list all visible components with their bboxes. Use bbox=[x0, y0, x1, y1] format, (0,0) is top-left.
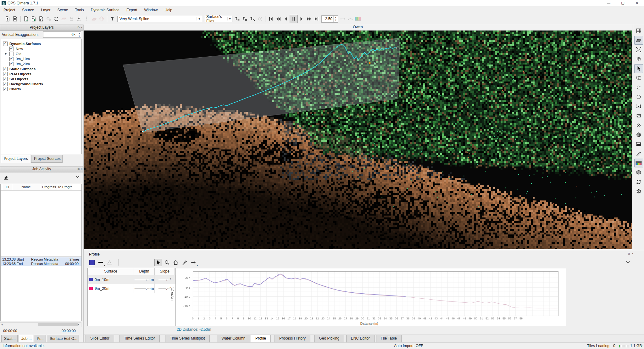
tab-enc-editor[interactable]: ENC Editor bbox=[346, 335, 375, 343]
tree-item-9m-20m[interactable]: ✓9m_20m bbox=[9, 61, 30, 66]
chevron-down-icon[interactable]: ▾ bbox=[197, 264, 198, 267]
float-panel-icon[interactable]: ⧉ bbox=[627, 252, 630, 255]
checkbox-static-surfaces[interactable]: ✓ bbox=[3, 67, 8, 71]
menu-item-source[interactable]: Source bbox=[19, 7, 37, 14]
profile-chart[interactable] bbox=[176, 268, 566, 317]
job-log-scrollbar[interactable]: ◂ ▸ bbox=[0, 322, 81, 327]
tree-item-0m-10m[interactable]: ✓0m_10m bbox=[9, 56, 30, 61]
filter-surface-icon[interactable] bbox=[233, 15, 241, 23]
spin-arrows[interactable]: ▲▼ bbox=[333, 16, 338, 22]
chevron-down-icon[interactable]: ▼ bbox=[197, 17, 202, 20]
colormap-mini-icon[interactable] bbox=[354, 15, 362, 23]
tree-item-static-surfaces[interactable]: ✓Static Surfaces bbox=[3, 66, 36, 71]
menu-item-project[interactable]: Project bbox=[0, 7, 19, 14]
scrollbar-thumb[interactable] bbox=[38, 323, 78, 326]
filter-points-icon[interactable] bbox=[248, 15, 256, 23]
skip-end-button[interactable] bbox=[313, 15, 320, 23]
tab-process-history[interactable]: Process History bbox=[275, 335, 310, 343]
tab-swat[interactable]: Swat... bbox=[1, 335, 18, 343]
menu-item-window[interactable]: Window bbox=[141, 7, 161, 14]
job-log-row[interactable]: 13:23:38 End Rescan Metadata 00:00:00. bbox=[1, 262, 81, 266]
surface-color-swatch[interactable] bbox=[88, 259, 96, 266]
vertex-view-icon[interactable] bbox=[634, 187, 643, 196]
toolbar-speed-spinner[interactable]: 2.50▲▼ bbox=[321, 15, 338, 23]
select-cursor-button[interactable] bbox=[154, 259, 162, 266]
measure-tool-icon[interactable] bbox=[634, 149, 643, 158]
grid-view-icon[interactable] bbox=[634, 26, 643, 35]
close-panel-icon[interactable]: × bbox=[631, 252, 634, 255]
toolbar-spline-combo[interactable]: Very Weak Spline▼ bbox=[117, 16, 202, 22]
surface-view-icon[interactable] bbox=[634, 36, 643, 45]
tab-slice-editor[interactable]: Slice Editor bbox=[86, 335, 114, 343]
vertical-exaggeration-input[interactable]: 6× ▴ ▾ bbox=[43, 31, 81, 38]
filter-reject-icon[interactable] bbox=[241, 15, 248, 23]
column-header-depth[interactable]: Depth bbox=[134, 268, 155, 275]
home-button[interactable] bbox=[172, 259, 180, 266]
job-log-row[interactable]: 13:23:38 Start Rescan Metadata 2 lines bbox=[1, 257, 81, 262]
spin-up-icon[interactable]: ▴ bbox=[79, 32, 80, 35]
spline-filter-icon[interactable] bbox=[109, 15, 116, 23]
chevron-down-icon[interactable]: ▼ bbox=[227, 17, 232, 20]
mesh-view-icon[interactable] bbox=[634, 168, 643, 177]
select-polygon-icon[interactable] bbox=[634, 83, 643, 92]
checkbox-background-charts[interactable]: ✓ bbox=[3, 82, 8, 86]
column-header-re-progre[interactable]: re Progre bbox=[58, 184, 72, 190]
chevron-down-icon[interactable]: ▾ bbox=[104, 264, 105, 267]
select-rectangle-icon[interactable] bbox=[634, 74, 643, 82]
column-header-surface[interactable]: Surface bbox=[88, 268, 134, 275]
tab-time-series-editor[interactable]: Time Series Editor bbox=[119, 335, 160, 343]
toolbar-files-combo[interactable]: Surface's Files▼ bbox=[204, 16, 232, 22]
tab-file-table[interactable]: File Table bbox=[376, 335, 402, 343]
tab-profile[interactable]: Profile bbox=[251, 335, 271, 343]
tree-item-charts[interactable]: ✓Charts bbox=[3, 87, 21, 92]
table-row-9m-20m[interactable]: 9m_20m ———.---m ——.--° bbox=[88, 284, 175, 293]
maximize-button[interactable]: ▢ bbox=[616, 0, 630, 6]
select-cursor-icon[interactable] bbox=[634, 64, 643, 73]
edit-rectangle-icon[interactable] bbox=[634, 102, 643, 111]
checkbox-pfm-objects[interactable]: ✓ bbox=[3, 72, 8, 76]
tree-item-new[interactable]: ✓New bbox=[9, 46, 23, 51]
menu-item-dynamic-surface[interactable]: Dynamic Surface bbox=[87, 7, 123, 14]
spin-down-icon[interactable]: ▾ bbox=[79, 35, 80, 37]
tree-item-old[interactable]: ▶Old bbox=[9, 51, 21, 56]
fast-forward-button[interactable] bbox=[305, 15, 313, 23]
step-back-button[interactable] bbox=[282, 15, 290, 23]
tab-surface-edit-o[interactable]: Surface Edit O... bbox=[47, 335, 79, 343]
float-panel-icon[interactable]: ⧉ bbox=[77, 26, 80, 29]
checkbox-old[interactable] bbox=[9, 52, 14, 56]
column-header-name[interactable]: Name bbox=[12, 184, 40, 190]
rewind-button[interactable] bbox=[275, 15, 282, 23]
tree-item-pfm-objects[interactable]: ✓PFM Objects bbox=[3, 71, 31, 76]
add-processed-file-icon[interactable] bbox=[30, 15, 37, 23]
rescan-icon[interactable] bbox=[53, 15, 60, 23]
sounding-select-icon[interactable] bbox=[75, 15, 83, 23]
expander-icon[interactable]: ▶ bbox=[5, 52, 7, 55]
menu-item-layer[interactable]: Layer bbox=[37, 7, 54, 14]
line-style-button[interactable]: ▾ bbox=[97, 259, 104, 266]
collapse-jobs-icon[interactable] bbox=[75, 175, 80, 179]
tree-item-sd-objects[interactable]: ✓Sd Objects bbox=[3, 76, 28, 82]
column-header-id[interactable]: ID bbox=[3, 184, 12, 190]
checkbox-sd-objects[interactable]: ✓ bbox=[3, 77, 8, 81]
checkbox-charts[interactable]: ✓ bbox=[3, 87, 8, 91]
pause-button[interactable] bbox=[290, 15, 298, 23]
scene-3d-viewport[interactable] bbox=[84, 31, 632, 249]
column-header-slope[interactable]: Slope bbox=[155, 268, 175, 275]
table-row-0m-10m[interactable]: 0m_10m ———.---m ——.--° bbox=[88, 275, 175, 284]
select-circle-icon[interactable] bbox=[634, 93, 643, 101]
rotate-view-icon[interactable] bbox=[634, 177, 643, 186]
colormap-icon[interactable] bbox=[634, 159, 643, 167]
checkbox-9m-20m[interactable]: ✓ bbox=[9, 62, 14, 66]
float-panel-icon[interactable]: ⧉ bbox=[77, 167, 80, 171]
menu-item-help[interactable]: Help bbox=[161, 7, 176, 14]
menu-item-scene[interactable]: Scene bbox=[54, 7, 71, 14]
tab-job[interactable]: Job ... bbox=[19, 335, 33, 343]
tab-time-series-multiplot[interactable]: Time Series Multiplot bbox=[165, 335, 210, 343]
slice-tool-icon[interactable] bbox=[634, 121, 643, 130]
skip-start-button[interactable] bbox=[267, 15, 275, 23]
checkbox-dynamic-surfaces[interactable]: ✓ bbox=[3, 42, 8, 46]
tab-geo-picking[interactable]: Geo Picking bbox=[314, 335, 344, 343]
menu-item-tools[interactable]: Tools bbox=[71, 7, 87, 14]
open-project-icon[interactable] bbox=[11, 15, 19, 23]
reload-file-icon[interactable] bbox=[37, 15, 45, 23]
